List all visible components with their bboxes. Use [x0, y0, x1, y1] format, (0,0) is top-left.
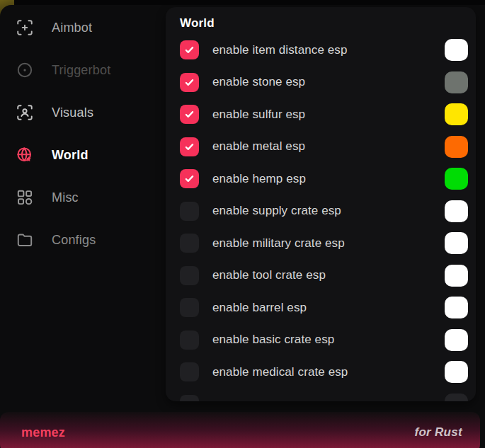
- checkbox-unchecked[interactable]: [180, 202, 199, 221]
- esp-row: enable hemp esp: [166, 163, 476, 195]
- sidebar-item-label: World: [52, 148, 89, 163]
- esp-option-label: enable hemp esp: [212, 172, 306, 186]
- esp-row: enable basic crate esp: [166, 324, 476, 357]
- esp-row: enable tool crate esp: [166, 260, 476, 292]
- color-swatch[interactable]: [445, 168, 468, 190]
- checkbox-unchecked[interactable]: [180, 362, 199, 381]
- grid-icon: [16, 188, 34, 207]
- crosshair-scan-icon: [16, 18, 34, 37]
- color-swatch[interactable]: [445, 232, 468, 254]
- esp-option-label: enable tool crate esp: [212, 268, 326, 282]
- checkbox-unchecked[interactable]: [180, 234, 199, 253]
- esp-row: enable medical crate esp: [166, 356, 476, 389]
- esp-row: enable item distance esp: [166, 34, 476, 67]
- folder-icon: [16, 231, 34, 249]
- esp-row: enable metal esp: [166, 131, 476, 163]
- esp-row: enable sulfur esp: [166, 98, 476, 131]
- color-swatch[interactable]: [445, 39, 468, 61]
- color-swatch[interactable]: [445, 329, 468, 351]
- checkbox-unchecked[interactable]: [180, 298, 199, 317]
- checkbox-checked[interactable]: [180, 40, 199, 59]
- esp-row-partial: [166, 389, 476, 402]
- checkbox-checked[interactable]: [180, 105, 199, 124]
- checkmark-icon: [183, 108, 195, 120]
- scan-face-icon: [16, 103, 34, 122]
- color-swatch[interactable]: [445, 361, 468, 383]
- checkmark-icon: [183, 173, 195, 185]
- sidebar-item-label: Aimbot: [52, 21, 92, 35]
- checkbox-checked[interactable]: [180, 137, 199, 156]
- footer-bar: memez for Rust: [0, 412, 480, 448]
- tagline-label: for Rust: [414, 425, 462, 440]
- esp-option-label: enable metal esp: [212, 139, 305, 154]
- sidebar-item-label: Configs: [52, 233, 96, 248]
- esp-row: enable supply crate esp: [166, 195, 476, 228]
- checkbox-unchecked[interactable]: [180, 395, 199, 401]
- color-swatch[interactable]: [445, 200, 468, 222]
- checkmark-icon: [183, 76, 195, 88]
- checkbox-checked[interactable]: [180, 73, 199, 92]
- globe-icon: [16, 146, 34, 164]
- checkbox-unchecked[interactable]: [180, 266, 199, 285]
- target-icon: [16, 61, 34, 79]
- esp-option-label: enable supply crate esp: [212, 204, 341, 218]
- esp-row: enable stone esp: [166, 67, 476, 99]
- panel-title: World: [180, 16, 476, 34]
- sidebar-item-aimbot[interactable]: Aimbot: [0, 6, 165, 49]
- sidebar-item-triggerbot[interactable]: Triggerbot: [0, 49, 165, 91]
- color-swatch[interactable]: [445, 297, 468, 318]
- sidebar-item-world[interactable]: World: [0, 134, 165, 176]
- world-panel: World enable item distance espenable sto…: [166, 7, 476, 401]
- esp-options-list: enable item distance espenable stone esp…: [166, 34, 476, 401]
- sidebar: AimbotTriggerbotVisualsWorldMiscConfigs: [0, 5, 165, 401]
- color-swatch[interactable]: [445, 265, 468, 287]
- esp-option-label: enable military crate esp: [212, 236, 345, 251]
- sidebar-item-label: Misc: [52, 190, 79, 205]
- color-swatch[interactable]: [445, 71, 468, 93]
- sidebar-item-label: Triggerbot: [52, 63, 110, 78]
- sidebar-item-configs[interactable]: Configs: [0, 219, 165, 261]
- checkmark-icon: [183, 44, 195, 56]
- checkmark-icon: [183, 141, 195, 153]
- esp-option-label: enable stone esp: [212, 75, 305, 89]
- esp-option-label: enable item distance esp: [212, 43, 347, 57]
- esp-option-label: enable barrel esp: [212, 301, 307, 315]
- cheat-menu-window: AimbotTriggerbotVisualsWorldMiscConfigs …: [0, 5, 485, 448]
- sidebar-item-misc[interactable]: Misc: [0, 176, 165, 219]
- esp-row: enable military crate esp: [166, 227, 476, 260]
- color-swatch[interactable]: [445, 394, 468, 401]
- esp-row: enable barrel esp: [166, 292, 476, 324]
- sidebar-item-label: Visuals: [52, 105, 93, 120]
- esp-option-label: enable sulfur esp: [212, 108, 305, 122]
- color-swatch[interactable]: [445, 103, 468, 125]
- sidebar-item-visuals[interactable]: Visuals: [0, 91, 165, 134]
- brand-label: memez: [21, 425, 65, 440]
- esp-option-label: enable basic crate esp: [212, 333, 334, 347]
- checkbox-unchecked[interactable]: [180, 331, 199, 350]
- esp-option-label: enable medical crate esp: [212, 365, 348, 379]
- checkbox-checked[interactable]: [180, 169, 199, 188]
- color-swatch[interactable]: [445, 136, 468, 158]
